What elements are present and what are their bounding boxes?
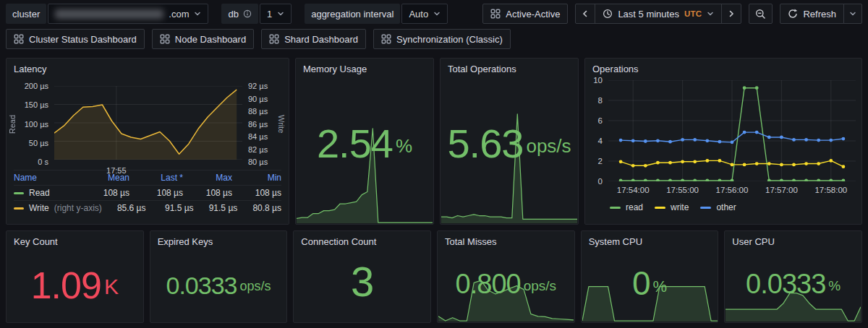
operations-chart: 1086420 17:54:0017:55:0017:56:0017:57:00… <box>590 80 856 212</box>
grafana-dashboard: cluster .com db 1 <box>0 0 868 328</box>
right-axis-tick-label: 90 µs <box>248 95 268 103</box>
write-series-swatch <box>14 207 24 210</box>
time-picker-group: Last 5 minutes UTC <box>575 4 741 24</box>
refresh-sync-icon <box>788 9 798 19</box>
panel-row-top: Latency Read 200 µs150 µs100 µs50 µs0 s … <box>0 53 868 225</box>
db-var-value: 1 <box>267 9 272 20</box>
active-active-link-button[interactable]: Active-Active <box>482 4 568 24</box>
zoom-out-time-button[interactable] <box>749 4 773 24</box>
x-axis-tick-label: 17:54:00 <box>617 186 650 194</box>
cluster-domain-suffix: .com <box>169 9 189 20</box>
legend-header-row: Name Mean Last * Max Min <box>14 170 281 185</box>
legend-header-last[interactable]: Last * <box>129 173 183 183</box>
legend-header-max[interactable]: Max <box>183 173 232 183</box>
write-min: 80.8 µs <box>237 203 281 213</box>
stat-unit: % <box>396 135 412 160</box>
operations-chart-svg <box>608 80 856 181</box>
stat-value: 0.800 <box>456 272 521 295</box>
legend-row-write[interactable]: Write (right y-axis) 85.6 µs 91.5 µs 91.… <box>14 200 281 215</box>
cluster-var-label: cluster <box>6 4 46 24</box>
chevron-down-icon <box>277 10 284 17</box>
timezone-label: UTC <box>684 9 702 18</box>
aggregation-var-value: Auto <box>409 9 428 20</box>
other-series-swatch <box>700 207 711 209</box>
variable-cluster: cluster .com <box>6 4 208 24</box>
panel-title[interactable]: Memory Usage <box>296 59 433 74</box>
panel-title[interactable]: System CPU <box>582 231 718 247</box>
read-series-swatch <box>14 192 24 194</box>
dashboard-grid-icon <box>269 34 279 44</box>
chevron-down-icon <box>194 10 201 17</box>
panel-row-bottom: Key Count 1.09 K Expired Keys 0.0333 ops… <box>0 225 868 323</box>
panel-title[interactable]: Total Misses <box>438 231 574 247</box>
left-axis-ticks: 200 µs150 µs100 µs50 µs0 s <box>18 82 54 166</box>
y-axis-ticks: 1086420 <box>590 76 608 186</box>
read-last: 108 µs <box>129 188 183 198</box>
stat-value: 5.63 <box>447 126 523 161</box>
dashboard-grid-icon <box>490 9 501 19</box>
link-node-dashboard[interactable]: Node Dashboard <box>152 29 254 49</box>
x-axis-tick-label: 17:56:00 <box>716 186 749 194</box>
chevron-down-icon <box>707 10 714 17</box>
write-last: 91.5 µs <box>146 203 194 213</box>
latency-legend-table: Name Mean Last * Max Min Read 108 µs 108… <box>14 170 281 215</box>
time-range-label: Last 5 minutes <box>618 9 679 20</box>
x-axis-tick-label: 17:58:00 <box>814 186 847 194</box>
db-var-select[interactable]: 1 <box>260 4 292 24</box>
panel-system-cpu: System CPU 0 % <box>581 230 719 323</box>
cluster-var-select[interactable]: .com <box>48 4 208 24</box>
time-shift-forward-button[interactable] <box>721 4 741 24</box>
panel-title[interactable]: Latency <box>7 59 289 74</box>
read-mean: 108 µs <box>80 188 129 198</box>
operations-plot-area[interactable] <box>608 80 856 181</box>
link-synchronization-classic[interactable]: Synchronization (Classic) <box>373 29 511 49</box>
legend-item-other[interactable]: other <box>700 202 736 212</box>
y-axis-tick-label: 2 <box>598 157 603 165</box>
panel-title[interactable]: Total Operations <box>441 59 578 74</box>
link-shard-dashboard[interactable]: Shard Dashboard <box>261 29 366 49</box>
variable-db: db 1 <box>221 4 292 24</box>
link-label: Node Dashboard <box>175 34 246 45</box>
panel-title[interactable]: Key Count <box>7 231 143 247</box>
stat-unit: K <box>104 275 119 301</box>
legend-item-read[interactable]: read <box>610 202 643 212</box>
link-label: Shard Dashboard <box>284 34 358 45</box>
panel-key-count: Key Count 1.09 K <box>6 230 144 323</box>
memory-usage-stat: 2.54 % <box>296 59 433 224</box>
active-active-label: Active-Active <box>506 9 560 20</box>
total-operations-stat: 5.63 ops/s <box>441 59 578 224</box>
stat-unit: ops/s <box>526 135 571 160</box>
aggregation-var-select[interactable]: Auto <box>401 4 448 24</box>
write-max: 91.5 µs <box>194 203 238 213</box>
legend-row-read[interactable]: Read 108 µs 108 µs 108 µs 108 µs <box>14 185 281 200</box>
write-mean: 85.6 µs <box>102 203 146 213</box>
time-range-picker[interactable]: Last 5 minutes UTC <box>595 4 722 24</box>
panel-title[interactable]: User CPU <box>725 231 861 247</box>
right-axis-tick-label: 86 µs <box>248 121 268 129</box>
left-axis-tick-label: 150 µs <box>25 101 48 109</box>
link-cluster-status-dashboard[interactable]: Cluster Status Dashboard <box>6 29 145 49</box>
panel-title[interactable]: Connection Count <box>294 231 430 247</box>
series-axis-note: (right y-axis) <box>54 203 102 213</box>
latency-chart-svg <box>54 86 242 160</box>
time-shift-back-button[interactable] <box>575 4 595 24</box>
legend-header-name[interactable]: Name <box>14 173 80 183</box>
panel-latency: Latency Read 200 µs150 µs100 µs50 µs0 s … <box>6 58 289 225</box>
panel-memory-usage: Memory Usage 2.54 % <box>295 58 434 225</box>
legend-item-write[interactable]: write <box>655 202 689 212</box>
left-axis-tick-label: 0 s <box>38 158 48 166</box>
refresh-interval-dropdown[interactable] <box>843 4 862 24</box>
left-axis-tick-label: 100 µs <box>25 121 48 129</box>
latency-plot-area[interactable]: 17:55 <box>54 86 242 163</box>
panel-title[interactable]: Expired Keys <box>150 231 287 247</box>
panel-title[interactable]: Operations <box>585 59 861 74</box>
panel-expired-keys: Expired Keys 0.0333 ops/s <box>150 230 288 323</box>
legend-label: read <box>626 202 643 212</box>
read-series-swatch <box>610 207 621 209</box>
read-max: 108 µs <box>183 188 232 198</box>
stat-value: 0.0333 <box>166 275 237 296</box>
refresh-button[interactable]: Refresh <box>780 4 844 24</box>
aggregation-var-label: aggregation interval <box>305 4 400 24</box>
legend-header-min[interactable]: Min <box>232 173 281 183</box>
stat-unit: ops/s <box>239 279 271 295</box>
